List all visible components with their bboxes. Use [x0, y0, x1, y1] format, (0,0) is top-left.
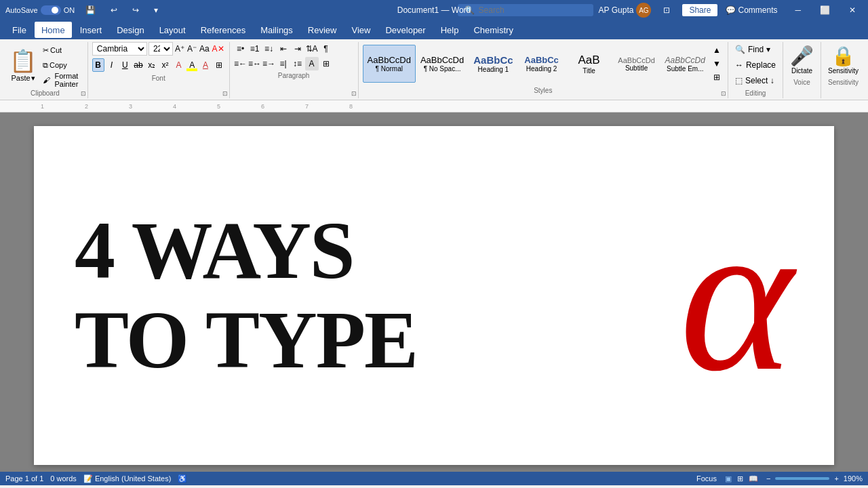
minimize-button[interactable]: ─ — [788, 0, 808, 20]
strikethrough-button[interactable]: ab — [132, 58, 144, 72]
restore-button[interactable]: ⬜ — [813, 0, 837, 20]
menu-home[interactable]: Home — [35, 22, 72, 38]
align-right-button[interactable]: ≡→ — [262, 57, 276, 70]
status-right: Focus ▣ ⊞ 📖 − + 190% — [694, 474, 863, 483]
style-heading2[interactable]: AaBbCc Heading 2 — [518, 45, 566, 83]
font-color-button[interactable]: A — [199, 58, 212, 72]
style-title[interactable]: AaB Title — [566, 45, 613, 83]
style-heading1[interactable]: AaBbCc Heading 1 — [469, 45, 517, 83]
font-grow-button[interactable]: A⁺ — [174, 42, 185, 56]
style-no-spacing[interactable]: AaBbCcDd ¶ No Spac... — [416, 45, 469, 83]
font-size-select[interactable]: 22 — [149, 42, 173, 56]
close-button[interactable]: ✕ — [842, 0, 863, 20]
menu-design[interactable]: Design — [110, 22, 151, 38]
styles-scroll-up-button[interactable]: ▲ — [710, 43, 724, 57]
paste-button[interactable]: 📋 Paste ▾ — [7, 47, 39, 84]
search-box[interactable]: 🔍 — [458, 4, 593, 16]
subscript-button[interactable]: x₂ — [146, 58, 158, 72]
page-info: Page 1 of 1 — [5, 474, 43, 483]
multilevel-list-button[interactable]: ≡↓ — [262, 42, 276, 56]
redo-button[interactable]: ↪ — [125, 0, 146, 20]
justify-button[interactable]: ≡| — [277, 57, 290, 70]
shading-button[interactable]: A — [305, 57, 319, 70]
zoom-out-button[interactable]: − — [764, 474, 772, 483]
menu-layout[interactable]: Layout — [153, 22, 193, 38]
menu-view[interactable]: View — [344, 22, 377, 38]
menu-developer[interactable]: Developer — [378, 22, 432, 38]
styles-label: Styles — [534, 87, 552, 96]
styles-expand-button[interactable]: ⊞ — [710, 70, 724, 84]
bullets-button[interactable]: ≡• — [234, 42, 248, 56]
menu-chemistry[interactable]: Chemistry — [467, 22, 520, 38]
decrease-indent-button[interactable]: ⇤ — [277, 42, 290, 56]
share-button[interactable]: Share — [682, 4, 717, 16]
font-shrink-button[interactable]: A⁻ — [186, 42, 197, 56]
copy-button[interactable]: ⧉ Copy — [41, 58, 83, 72]
replace-button[interactable]: ↔ Replace — [732, 58, 778, 73]
style-subtle-emphasis[interactable]: AaBbCcDd Subtle Em... — [660, 45, 710, 83]
style-subtitle[interactable]: AaBbCcDd Subtitle — [613, 45, 660, 83]
comments-icon: 💬 — [726, 5, 736, 15]
paragraph-expander-icon[interactable]: ⊡ — [351, 90, 357, 97]
dictate-button[interactable]: 🎤 Dictate — [787, 42, 816, 77]
styles-scroll-down-button[interactable]: ▼ — [710, 57, 724, 70]
menu-bar: File Home Insert Design Layout Reference… — [0, 20, 868, 39]
line-spacing-button[interactable]: ↕≡ — [291, 57, 304, 70]
superscript-button[interactable]: x² — [159, 58, 172, 72]
sort-button[interactable]: ⇅A — [305, 42, 319, 56]
view-normal-button[interactable]: ▣ — [723, 474, 734, 483]
focus-button[interactable]: Focus — [694, 474, 719, 483]
italic-button[interactable]: I — [106, 58, 118, 72]
styles-expander-icon[interactable]: ⊡ — [721, 90, 726, 97]
sensitivity-button[interactable]: 🔒 Sensitivity — [825, 42, 861, 77]
dictate-icon: 🎤 — [790, 45, 814, 67]
style-normal[interactable]: AaBbCcDd ¶ Normal — [363, 45, 416, 83]
autosave-toggle[interactable] — [41, 5, 61, 15]
menu-references[interactable]: References — [194, 22, 252, 38]
find-dropdown-icon[interactable]: ▾ — [766, 45, 770, 54]
customize-button[interactable]: ▾ — [147, 0, 165, 20]
change-case-button[interactable]: Aa — [199, 42, 210, 56]
menu-file[interactable]: File — [5, 22, 33, 38]
menu-insert[interactable]: Insert — [73, 22, 109, 38]
text-highlight-button[interactable]: A — [186, 58, 198, 72]
search-input[interactable] — [479, 5, 580, 15]
paste-dropdown-icon[interactable]: ▾ — [31, 74, 35, 83]
text-border-button[interactable]: ⊞ — [213, 58, 225, 72]
replace-icon: ↔ — [735, 60, 743, 70]
menu-help[interactable]: Help — [434, 22, 466, 38]
borders-button[interactable]: ⊞ — [319, 57, 333, 70]
view-read-button[interactable]: 📖 — [747, 474, 760, 483]
underline-button[interactable]: U — [119, 58, 131, 72]
cut-button[interactable]: ✂ Cut — [41, 43, 83, 57]
align-center-button[interactable]: ≡↔ — [248, 57, 262, 70]
autosave-indicator: AutoSave ON — [5, 5, 75, 15]
font-expander-icon[interactable]: ⊡ — [222, 90, 228, 97]
undo-button[interactable]: ↩ — [104, 0, 124, 20]
accessibility-icon: ♿ — [178, 474, 187, 483]
align-left-button[interactable]: ≡← — [234, 57, 248, 70]
document-page[interactable]: 4 WAYS TO TYPE α — [34, 126, 834, 465]
increase-indent-button[interactable]: ⇥ — [291, 42, 304, 56]
zoom-slider[interactable] — [775, 477, 829, 480]
clipboard-expander-icon[interactable]: ⊡ — [81, 90, 86, 97]
menu-mailings[interactable]: Mailings — [254, 22, 300, 38]
comments-button[interactable]: 💬 Comments — [720, 4, 783, 16]
layout-toggle-button[interactable]: ⊡ — [656, 0, 677, 20]
view-web-button[interactable]: ⊞ — [735, 474, 745, 483]
font-family-select[interactable]: Cambria — [92, 42, 147, 56]
paragraph-controls: ≡• ≡1 ≡↓ ⇤ ⇥ ⇅A ¶ ≡← ≡↔ ≡→ ≡| ↕≡ A ⊞ — [234, 42, 354, 70]
show-marks-button[interactable]: ¶ — [319, 42, 333, 56]
numbering-button[interactable]: ≡1 — [248, 42, 262, 56]
zoom-in-button[interactable]: + — [832, 474, 840, 483]
text-effects-button[interactable]: A — [173, 58, 185, 72]
find-button[interactable]: 🔍 Find ▾ — [732, 42, 778, 57]
save-button[interactable]: 💾 — [79, 0, 102, 20]
menu-review[interactable]: Review — [301, 22, 344, 38]
view-mode-buttons: ▣ ⊞ 📖 — [723, 474, 760, 483]
select-button[interactable]: ⬚ Select ↓ — [732, 73, 778, 88]
zoom-controls: − + 190% — [764, 474, 863, 483]
format-painter-button[interactable]: 🖌 Format Painter — [41, 73, 83, 87]
bold-button[interactable]: B — [92, 58, 104, 72]
clear-format-button[interactable]: A✕ — [212, 42, 225, 56]
